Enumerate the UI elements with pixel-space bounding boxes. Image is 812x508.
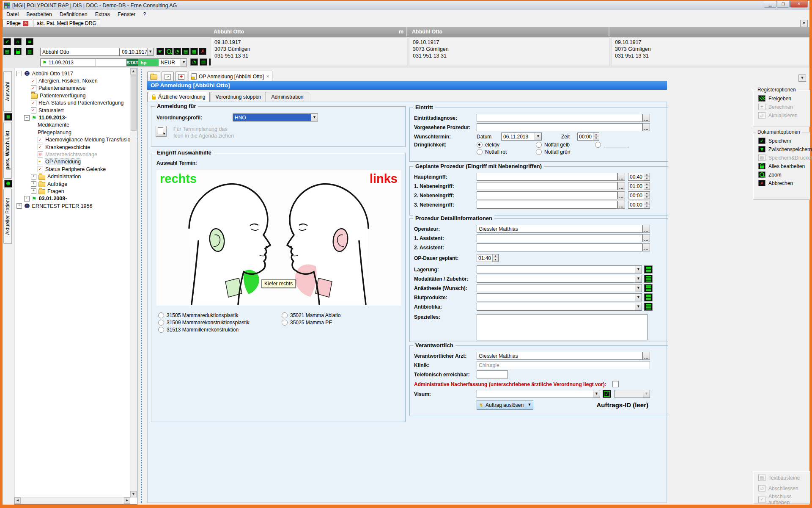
abschluss-aufheben-button[interactable]: ✓ Abschluss aufheben <box>758 494 810 505</box>
speichern-button[interactable]: ✔ Speichern <box>758 138 810 144</box>
visum-confirm-button[interactable]: ✓ <box>603 390 611 398</box>
tab-administration[interactable]: Administration <box>267 92 308 102</box>
expand-icon[interactable] <box>31 174 36 179</box>
expand-icon[interactable] <box>31 188 36 194</box>
menu-datei[interactable]: Datei <box>3 11 22 18</box>
expand-icon[interactable] <box>24 196 30 202</box>
wunschtermin-datum-combo[interactable]: 06.11.2013 ▼ <box>501 133 542 141</box>
radio-icon[interactable] <box>536 149 542 155</box>
tab-overflow-dropdown[interactable]: ▼ <box>800 20 808 27</box>
procedure-option[interactable]: 31513 Mammillenrekonstruktion <box>158 326 282 333</box>
collapse-icon[interactable] <box>24 115 30 121</box>
radio-icon[interactable] <box>477 142 483 148</box>
radio-elektiv[interactable]: elektiv <box>477 142 536 148</box>
tree-row-case-date[interactable]: ⚑ 11.09.2013- <box>14 114 137 121</box>
tree-row[interactable]: Allergien, Risiken, Noxen <box>14 77 137 84</box>
alles-bearbeiten-button[interactable]: Alles bearbeiten <box>758 163 810 169</box>
visum-combo[interactable]: ▼ <box>477 390 600 398</box>
verantwortlicher-arzt-browse-button[interactable]: … <box>642 352 650 360</box>
scroll-up-icon[interactable]: ▲ <box>130 68 137 75</box>
close-icon[interactable]: ✕ <box>266 75 269 79</box>
sidebar-tab-watch-list[interactable]: pers. Watch List <box>3 122 12 179</box>
telefonisch-input[interactable] <box>477 370 508 378</box>
nebeneingriff3-input[interactable] <box>477 201 617 209</box>
admin-nacherfassung-checkbox[interactable] <box>612 381 619 387</box>
aktualisieren-button[interactable]: ⇄ Aktualisieren <box>758 112 810 119</box>
doc-tab-medication[interactable]: ✚ <box>175 72 187 82</box>
auftrag-ausloesen-button[interactable]: ↯ Auftrag auslösen ▼ <box>477 400 533 410</box>
radio-icon[interactable] <box>282 312 288 318</box>
menu-hilfe[interactable]: ? <box>140 11 150 18</box>
home-icon[interactable]: ⌂ <box>14 38 22 45</box>
nebeneingriff2-browse-button[interactable]: … <box>617 191 625 199</box>
hand-select-icon[interactable]: ☛ <box>156 48 164 55</box>
textbausteine-button[interactable]: ▤ Textbausteine <box>758 475 810 481</box>
calendar-check-icon[interactable]: ✔ <box>3 38 11 45</box>
nebeneingriff3-browse-button[interactable]: … <box>617 201 625 209</box>
tree-row[interactable]: Haemovigilance Meldung Transfusionsreakt… <box>14 136 137 144</box>
list-icon[interactable]: ▥ <box>26 48 33 55</box>
vorgesehene-prozedur-input[interactable] <box>477 123 642 131</box>
tree-row[interactable]: Fragen <box>14 188 137 195</box>
nebeneingriff2-time-spinner[interactable]: 00:00 ▲▼ <box>628 191 650 199</box>
clear-patient-icon[interactable]: ✗ <box>199 48 206 55</box>
radio-icon[interactable] <box>595 142 601 148</box>
radio-icon[interactable] <box>536 142 542 148</box>
patient-dob-combo[interactable]: 09.10.1917 ▼ <box>120 48 154 56</box>
lagerung-combo[interactable]: ▼ <box>477 265 642 273</box>
modalitaeten-list-button[interactable] <box>644 275 653 283</box>
radio-notfall-gruen[interactable]: Notfall grün <box>536 149 595 155</box>
panel-splitter[interactable] <box>137 68 145 505</box>
tree-horizontal-scrollbar[interactable]: ◀ ▶ <box>14 497 130 504</box>
verordnungsprofil-combo[interactable]: HNO ▼ <box>233 113 318 121</box>
tree-row[interactable]: ☻ ERNETEST PETER 1956 <box>14 202 137 210</box>
menu-extras[interactable]: Extras <box>91 11 114 18</box>
modalitaeten-combo[interactable]: ▼ <box>477 275 642 283</box>
zoom-button[interactable]: Zoom <box>758 171 810 178</box>
org-tree-icon[interactable]: ≡ <box>26 38 33 45</box>
antibiotika-combo[interactable]: ▼ <box>477 303 642 311</box>
radio-icon[interactable] <box>158 312 164 318</box>
assistent1-input[interactable] <box>477 234 642 242</box>
haupteingriff-browse-button[interactable]: … <box>617 173 625 181</box>
tree-row[interactable]: Aufträge <box>14 180 137 188</box>
body-part-selector-image[interactable]: rechts links Kiefer rechts <box>156 170 401 306</box>
spezielles-textarea[interactable] <box>477 314 647 340</box>
chevron-down-icon[interactable]: ▼ <box>181 59 187 66</box>
blutprodukte-combo[interactable]: ▼ <box>477 293 642 301</box>
procedure-option[interactable]: 35025 Mamma PE <box>282 319 340 326</box>
radio-icon[interactable] <box>158 320 164 326</box>
radio-notfall-rot[interactable]: Notfall rot <box>477 149 536 155</box>
tab-pflege[interactable]: Pflege ✕ <box>3 19 32 27</box>
tab-aerztliche-verordnung[interactable]: Ärztliche Verordnung <box>147 92 210 102</box>
menu-definitionen[interactable]: Definitionen <box>56 11 91 18</box>
wunschtermin-zeit-spinner[interactable]: 00:00 ▲▼ <box>577 133 599 141</box>
bed-icon[interactable]: ▦ <box>190 48 198 55</box>
verantwortlicher-arzt-input[interactable]: Giessler Matthias <box>477 352 642 360</box>
tree-row[interactable]: Administration <box>14 173 137 180</box>
doc-tab-overflow-dropdown[interactable]: ▼ <box>798 75 806 82</box>
freigeben-button[interactable]: Freigeben <box>758 95 810 102</box>
scroll-right-icon[interactable]: ▶ <box>124 497 130 504</box>
procedure-option[interactable]: 35021 Mamma Ablatio <box>282 312 340 319</box>
radio-other[interactable] <box>595 142 629 148</box>
anaesthesie-list-button[interactable] <box>644 284 653 292</box>
doc-tab-chart[interactable]: ↗ <box>162 72 174 82</box>
lock-icon[interactable] <box>14 48 22 55</box>
tree-row[interactable]: ☻ Abbühl Otto 1917 <box>14 70 137 77</box>
assistent1-browse-button[interactable]: … <box>642 234 650 242</box>
drag-appointment-icon[interactable] <box>156 126 167 137</box>
nebeneingriff1-time-spinner[interactable]: 01:00 ▲▼ <box>628 182 650 190</box>
scroll-left-icon[interactable]: ◀ <box>14 497 21 504</box>
maximize-button[interactable]: ❐ <box>777 1 790 8</box>
expand-icon[interactable] <box>31 181 36 187</box>
tree-row[interactable]: Statusalert <box>14 107 137 114</box>
patient-name-input[interactable]: Abbühl Otto <box>40 48 120 56</box>
procedure-option[interactable]: 31509 Mammarekonstruktionsplastik <box>158 319 282 326</box>
abbrechen-button[interactable]: ✗ Abbrechen <box>758 180 810 186</box>
print-icon[interactable]: ▤ <box>3 48 11 55</box>
tab-akt-pat-medi-pflege-drg[interactable]: akt. Pat. Medi Pflege DRG <box>33 19 100 27</box>
operateur-browse-button[interactable]: … <box>642 225 650 233</box>
nebeneingriff2-input[interactable] <box>477 191 617 199</box>
anaesthesie-combo[interactable]: ▼ <box>477 284 642 292</box>
